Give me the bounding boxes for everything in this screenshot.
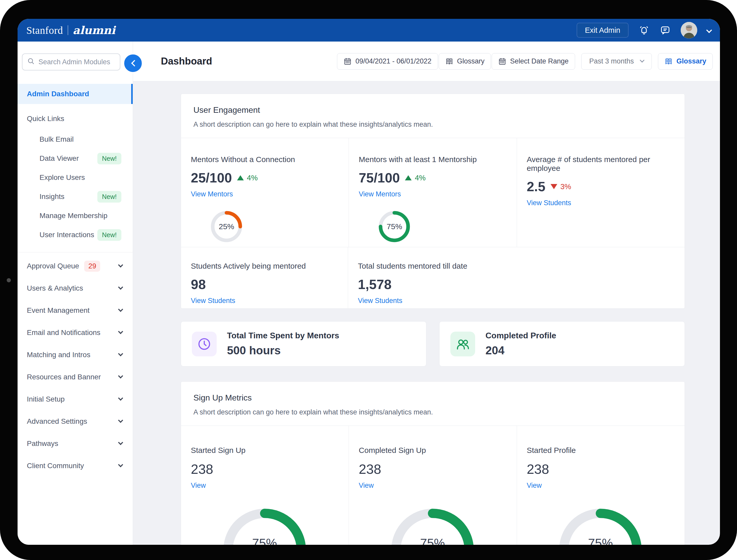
chevron-down-icon (118, 418, 123, 423)
metric-value: 98 (191, 277, 206, 292)
date-range-button[interactable]: 09/04/2021 - 06/01/2022 (337, 53, 438, 70)
metric-value: 204 (486, 344, 556, 357)
metric-value: 238 (527, 461, 674, 477)
user-engagement-title: User Engagement (193, 105, 672, 115)
triangle-down-icon (551, 184, 557, 189)
user-engagement-description: A short description can go here to expla… (193, 121, 672, 129)
search-input[interactable] (38, 58, 115, 66)
metric-value: 2.5 (527, 179, 545, 194)
metric-card-started-profile: Started Profile 238 View 75% 3% (517, 426, 685, 545)
view-link[interactable]: View (527, 482, 542, 490)
search-icon (27, 57, 35, 67)
admin-modules-search[interactable] (22, 53, 120, 70)
delta-up: 4% (405, 174, 426, 182)
signup-metrics-description: A short description can go here to expla… (193, 408, 672, 416)
metric-card-students-actively-mentored: Students Actively being mentored 98 View… (181, 247, 348, 308)
total-time-spent-card: Total Time Spent by Mentors 500 hours (181, 321, 426, 366)
clock-icon (192, 332, 217, 356)
page-title: Dashboard (161, 56, 212, 67)
sidebar-item-initial-setup[interactable]: Initial Setup (18, 388, 133, 410)
view-mentors-link[interactable]: View Mentors (359, 190, 401, 198)
sidebar-item-email-notifications[interactable]: Email and Notifications (18, 322, 133, 344)
metric-card-started-signup: Started Sign Up 238 View 75% 3% (181, 426, 348, 545)
page-header: Dashboard 09/04/2021 - 06/01/2022 (133, 42, 720, 81)
sidebar-item-event-management[interactable]: Event Management (18, 299, 133, 322)
sidebar-item-explore-users[interactable]: Explore Users (18, 168, 133, 187)
sidebar-item-client-community[interactable]: Client Community (18, 455, 133, 477)
sidebar-item-matching-intros[interactable]: Matching and Intros (18, 344, 133, 366)
sidebar-item-advanced-settings[interactable]: Advanced Settings (18, 410, 133, 433)
chevron-down-icon (118, 329, 123, 334)
signup-metrics-panel: Sign Up Metrics A short description can … (181, 381, 685, 545)
exit-admin-button[interactable]: Exit Admin (577, 23, 629, 38)
sidebar-item-insights[interactable]: Insights New! (18, 187, 133, 206)
donut-chart-started-signup: 75% 3% (221, 506, 308, 545)
account-chevron-down-icon[interactable] (706, 27, 712, 33)
select-date-range-button[interactable]: Select Date Range (492, 53, 575, 70)
view-students-link[interactable]: View Students (527, 199, 571, 207)
quick-links-header: Quick Links (18, 108, 133, 130)
view-link[interactable]: View (359, 482, 374, 490)
book-icon (445, 57, 454, 66)
brand-stanford: Stanford (26, 24, 63, 36)
brand-logo: Stanford alumni (26, 24, 115, 37)
chevron-down-icon (118, 285, 123, 290)
view-mentors-link[interactable]: View Mentors (191, 190, 233, 198)
brand-alumni: alumni (73, 24, 115, 37)
book-icon (664, 57, 673, 66)
glossary-button[interactable]: Glossary (439, 53, 491, 70)
sidebar-item-admin-dashboard[interactable]: Admin Dashboard (18, 84, 133, 104)
completed-profile-card: Completed Profile 204 (439, 321, 685, 366)
glossary-primary-button[interactable]: Glossary (658, 53, 713, 70)
user-avatar[interactable] (681, 22, 697, 38)
chevron-down-icon (118, 440, 123, 445)
sidebar-item-approval-queue[interactable]: Approval Queue 29 (18, 255, 133, 277)
metric-value: 1,578 (358, 277, 392, 292)
view-students-link[interactable]: View Students (358, 297, 402, 305)
sidebar-item-pathways[interactable]: Pathways (18, 433, 133, 455)
chevron-down-icon (118, 307, 123, 312)
view-students-link[interactable]: View Students (191, 297, 235, 305)
period-dropdown[interactable]: Past 3 months (581, 53, 652, 70)
sidebar-divider (18, 252, 133, 252)
triangle-up-icon (405, 175, 412, 180)
view-link[interactable]: View (191, 482, 206, 490)
sidebar-item-manage-membership[interactable]: Manage Membership (18, 206, 133, 225)
sidebar-item-bulk-email[interactable]: Bulk Email (18, 130, 133, 149)
metric-value: 75/100 (359, 170, 400, 186)
tablet-camera (7, 278, 11, 282)
sidebar-collapse-button[interactable] (123, 53, 143, 74)
chevron-down-icon (118, 351, 123, 356)
chevron-down-icon (640, 58, 645, 62)
chevron-left-icon (131, 60, 138, 66)
delta-up: 4% (237, 174, 258, 182)
tablet-frame: Stanford alumni Exit Admin (0, 0, 737, 560)
topbar: Stanford alumni Exit Admin (18, 19, 720, 42)
signup-metrics-title: Sign Up Metrics (193, 393, 672, 403)
app-screen: Stanford alumni Exit Admin (18, 19, 720, 545)
sidebar-item-data-viewer[interactable]: Data Viewer New! (18, 149, 133, 168)
delta-down: 3% (551, 182, 571, 191)
metric-card-mentors-with-mentorship: Mentors with at least 1 Mentorship 75/10… (348, 138, 517, 247)
new-badge: New! (97, 191, 121, 203)
notifications-bell-icon[interactable] (638, 25, 650, 36)
metric-value: 238 (359, 461, 506, 477)
metric-card-total-students-mentored: Total students mentored till date 1,578 … (348, 247, 478, 308)
sidebar-item-users-analytics[interactable]: Users & Analytics (18, 277, 133, 299)
calendar-icon (343, 57, 352, 66)
metric-card-average-students-mentored: Average # of students mentored per emplo… (517, 138, 685, 247)
brand-divider (68, 25, 68, 35)
people-icon (450, 332, 475, 356)
sidebar-item-user-interactions[interactable]: User Interactions New! (18, 225, 133, 244)
sidebar-item-resources-banner[interactable]: Resources and Banner (18, 366, 133, 388)
calendar-icon (498, 57, 507, 66)
new-badge: New! (97, 229, 121, 241)
chevron-down-icon (118, 373, 123, 379)
metric-value: 500 hours (227, 344, 339, 357)
metric-value: 25/100 (191, 170, 232, 186)
messages-chat-icon[interactable] (660, 25, 671, 36)
chevron-down-icon (118, 462, 123, 467)
sidebar: Admin Dashboard Quick Links Bulk Email D… (18, 42, 133, 545)
donut-chart-75: 75% (378, 210, 411, 243)
metric-card-mentors-without-connection: Mentors Without a Connection 25/100 4% V… (181, 138, 348, 247)
